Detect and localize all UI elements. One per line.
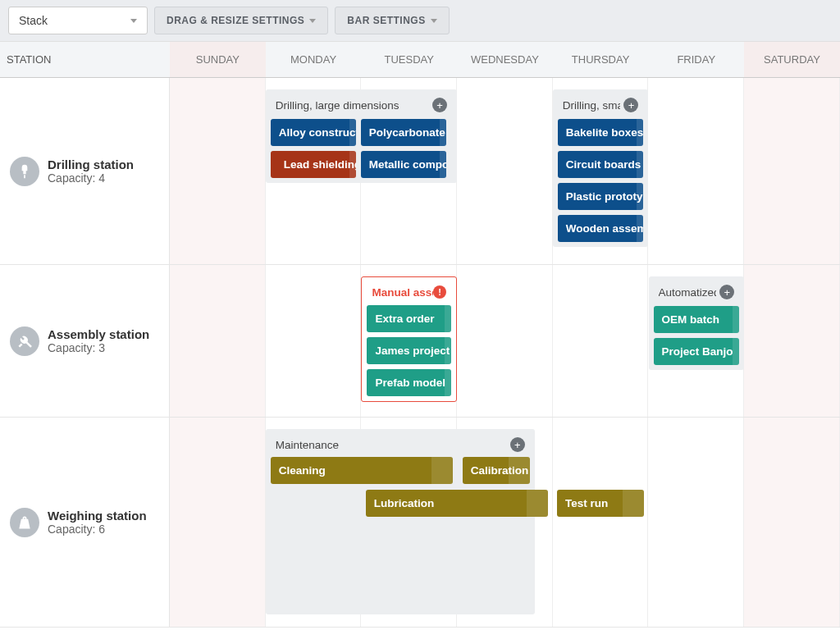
task-project-banjo[interactable]: Project Banjo [654, 338, 740, 365]
station-capacity: Capacity: 6 [48, 523, 147, 536]
group-title: Drilling, small dimensions [563, 99, 621, 112]
task-plastic-prototypes[interactable]: Plastic prototypes [558, 183, 644, 210]
bar-settings-button[interactable]: BAR SETTINGS [335, 7, 449, 34]
group-drilling-small[interactable]: Drilling, small dimensions + Bakelite bo… [553, 89, 649, 247]
days-area-weighing: Maintenance + Cleaning Calibration Lubri… [170, 418, 840, 627]
caret-down-icon [431, 19, 437, 23]
task-wooden-assembly[interactable]: Wooden assembly [558, 215, 644, 242]
caret-down-icon [130, 19, 137, 23]
task-alloy-construction[interactable]: Alloy construction [271, 119, 356, 146]
day-header-friday: FRIDAY [648, 42, 744, 77]
group-manual-assembly[interactable]: Manual assembly ! Extra order James proj… [361, 276, 457, 402]
task-bakelite-boxes[interactable]: Bakelite boxes [558, 119, 644, 146]
row-drilling: Drilling station Capacity: 4 Drilling, l… [0, 78, 840, 265]
drag-resize-settings-button[interactable]: DRAG & RESIZE SETTINGS [154, 7, 328, 34]
day-header-wednesday: WEDNESDAY [457, 42, 553, 77]
station-capacity: Capacity: 3 [48, 341, 149, 354]
task-metallic-compound[interactable]: Metallic compound [361, 151, 446, 178]
station-capacity: Capacity: 4 [48, 171, 134, 185]
group-title: Maintenance [276, 439, 339, 451]
group-title: Manual assembly [372, 286, 433, 299]
task-cleaning[interactable]: Cleaning [271, 457, 453, 484]
station-cell-weighing: Weighing station Capacity: 6 [0, 418, 170, 627]
row-assembly: Assembly station Capacity: 3 Manual asse… [0, 265, 840, 418]
station-cell-assembly: Assembly station Capacity: 3 [0, 265, 170, 417]
days-area-drilling: Drilling, large dimensions + Alloy const… [170, 78, 840, 264]
group-title: Drilling, large dimensions [276, 99, 399, 112]
station-name: Drilling station [48, 158, 134, 171]
add-button[interactable]: + [719, 285, 734, 299]
group-automatized-assembly[interactable]: Automatized assembly + OEM batch Project… [649, 276, 745, 370]
add-button[interactable]: + [432, 98, 447, 112]
stack-select[interactable]: Stack [8, 7, 148, 34]
task-extra-order[interactable]: Extra order [367, 305, 451, 332]
group-title: Automatized assembly [659, 286, 717, 299]
day-header-sunday: SUNDAY [170, 42, 266, 77]
task-lead-shielding[interactable]: Lead shielding [271, 151, 356, 178]
bar-settings-label: BAR SETTINGS [347, 15, 425, 26]
day-header-tuesday: TUESDAY [361, 42, 457, 77]
group-drilling-large[interactable]: Drilling, large dimensions + Alloy const… [266, 89, 457, 183]
task-circuit-boards[interactable]: Circuit boards [558, 151, 644, 178]
days-area-assembly: Manual assembly ! Extra order James proj… [170, 265, 840, 417]
tools-icon [10, 326, 39, 356]
station-header: STATION [0, 42, 170, 77]
task-polycarbonate[interactable]: Polycarbonate housing [361, 119, 446, 146]
day-header-thursday: THURSDAY [553, 42, 649, 77]
station-cell-drilling: Drilling station Capacity: 4 [0, 78, 170, 264]
day-header-monday: MONDAY [266, 42, 362, 77]
stack-select-value: Stack [19, 14, 48, 27]
add-button[interactable]: + [623, 98, 638, 112]
station-name: Assembly station [48, 327, 149, 341]
day-header-saturday: SATURDAY [744, 42, 840, 77]
drill-icon [10, 157, 39, 186]
alert-icon: ! [433, 285, 446, 299]
caret-down-icon [309, 19, 316, 23]
group-maintenance[interactable]: Maintenance + Cleaning Calibration Lubri… [266, 429, 535, 614]
drag-resize-label: DRAG & RESIZE SETTINGS [167, 15, 304, 26]
add-button[interactable]: + [510, 437, 525, 452]
toolbar: Stack DRAG & RESIZE SETTINGS BAR SETTING… [0, 0, 840, 42]
task-calibration[interactable]: Calibration [463, 457, 530, 484]
station-name: Weighing station [48, 509, 147, 523]
task-james-project[interactable]: James project [367, 337, 451, 364]
task-oem-batch[interactable]: OEM batch [654, 306, 740, 333]
row-weighing: Weighing station Capacity: 6 Maintenance… [0, 418, 840, 628]
calendar-header: STATION SUNDAY MONDAY TUESDAY WEDNESDAY … [0, 42, 840, 78]
task-prefab-model[interactable]: Prefab model [367, 369, 451, 396]
task-test-run[interactable]: Test run [557, 490, 644, 517]
weight-icon [10, 508, 39, 537]
task-lubrication[interactable]: Lubrication [366, 490, 548, 517]
